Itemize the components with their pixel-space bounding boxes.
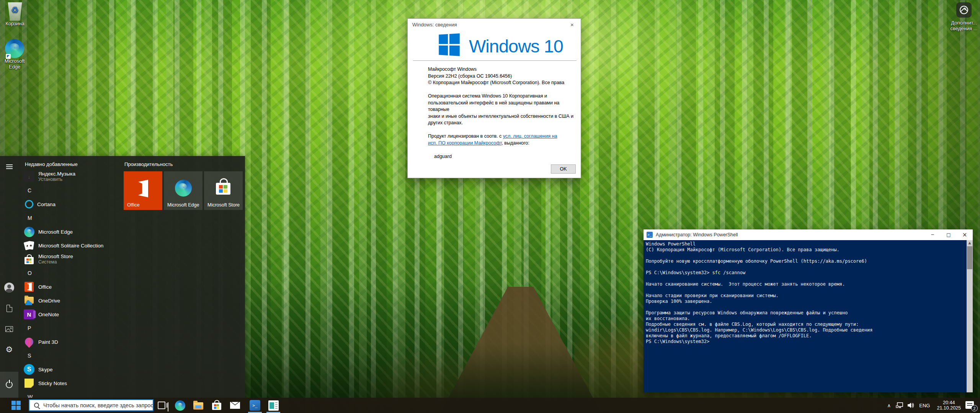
minimize-button[interactable]: ─ [924,229,941,240]
tray-time: 20:44 [937,400,961,406]
tray-chevron-button[interactable]: ∧ [884,398,894,413]
action-center-button[interactable]: 2 [965,400,976,410]
copyright-line: © Корпорация Майкрософт (Microsoft Corpo… [428,80,578,86]
app-item-onenote[interactable]: N OneNote [18,307,122,321]
command-token: sfc [712,270,720,275]
tile-label: Microsoft Edge [167,202,199,208]
console-line [646,276,965,281]
spotlight-label-line1: Дополнит... [948,20,980,26]
edge-icon [175,180,192,197]
console-line: Попробуйте новую кроссплатформенную обол… [646,259,965,264]
section-letter-p[interactable]: P [18,321,122,335]
office-icon [135,180,150,197]
close-button[interactable]: × [564,19,581,30]
task-view-button[interactable] [153,398,170,413]
ok-button[interactable]: OK [551,164,576,174]
network-button[interactable] [894,398,905,413]
volume-button[interactable] [905,398,917,413]
close-button[interactable]: × [957,229,973,240]
tiles-group-header[interactable]: Производительность [124,161,173,167]
app-label: Cortana [37,202,56,207]
app-label: Яндекс.Музыка [38,171,75,177]
mail-button[interactable] [227,398,243,413]
user-account-button[interactable] [0,279,18,296]
language-indicator[interactable]: ENG [919,398,930,413]
documents-button[interactable] [0,300,18,317]
powershell-icon: >_ [647,232,653,238]
app-item-solitaire[interactable]: ♠ ♠ Microsoft Solitaire Collection [18,239,122,252]
dialog-titlebar[interactable]: Windows: сведения [408,19,581,30]
app-item-paint3d[interactable]: Paint 3D [18,335,122,349]
section-letter-w[interactable]: W [18,390,122,398]
app-item-microsoft-store[interactable]: Microsoft Store Система [18,252,122,266]
console-line [646,287,965,293]
power-button[interactable] [0,376,18,393]
maximize-button[interactable]: □ [941,229,957,240]
console-line: PS C:\Windows\system32> [646,339,965,345]
scrollbar[interactable]: ▲ [967,240,973,392]
mail-icon [230,402,240,409]
app-label: Paint 3D [38,339,58,345]
console-output[interactable]: Windows PowerShell (C) Корпорация Майкро… [644,240,973,392]
console-line: Проверка 100% завершена. [646,299,965,304]
settings-button[interactable]: ⚙ [0,341,18,358]
console-line [646,253,965,259]
legal-line-4: других странах. [428,120,578,127]
start-menu: ⚙ Недавно добавленные Яндекс.Музыка Уста… [0,156,245,398]
section-letter-c[interactable]: C [18,184,122,197]
pictures-icon [5,326,13,332]
file-explorer-button[interactable] [190,398,207,413]
chevron-up-icon: ∧ [887,403,891,408]
office-icon [24,281,34,292]
app-item-skype[interactable]: S Skype [18,363,122,376]
app-item-yandex-music[interactable]: Яндекс.Музыка Установить [18,170,122,184]
console-line: Подробные сведения см. в файле CBS.Log, … [646,322,965,327]
taskbar-window-app-button[interactable] [265,398,282,413]
taskbar: Чтобы начать поиск, введите здесь запрос… [0,398,980,413]
license-line-1: Продукт лицензирован в соотв. с усл. лиц… [428,133,578,140]
scrollbar-thumb[interactable] [967,246,972,269]
console-line: Начало стадии проверки при сканировании … [646,293,965,299]
app-item-cortana[interactable]: Cortana [18,197,122,211]
license-agreement-link-2[interactable]: исп. ПО корпорации Майкрософт [428,140,501,146]
console-line: их восстановила. [646,316,965,322]
expand-menu-button[interactable] [0,158,18,175]
hamburger-icon [6,164,13,169]
section-letter-o[interactable]: O [18,266,122,280]
app-item-office[interactable]: Office [18,280,122,294]
clock[interactable]: 20:44 21.10.2025 [937,400,961,411]
desktop-icon-microsoft-edge[interactable]: Microsoft Edge [0,39,31,70]
windows-flag-icon [439,33,460,56]
taskbar-edge-button[interactable] [172,398,188,413]
powershell-icon: >_ [250,400,260,411]
edge-icon [24,226,34,237]
desktop-icon-spotlight-learn-more[interactable]: Дополнит... сведения ... [948,2,980,31]
pictures-button[interactable] [0,320,18,337]
scroll-up-icon[interactable]: ▲ [967,241,973,245]
taskbar-powershell-button[interactable]: >_ [247,398,263,413]
start-button[interactable] [7,398,25,413]
app-label: Skype [38,367,53,372]
tile-microsoft-store[interactable]: Microsoft Store [204,171,243,210]
search-icon [34,403,39,408]
app-item-onedrive[interactable]: OneDrive [18,294,122,307]
section-letter-s[interactable]: S [18,349,122,363]
desktop: ♻ Корзина Microsoft Edge Дополнит... све… [0,0,980,413]
document-icon [7,305,12,312]
taskbar-store-button[interactable] [208,398,225,413]
app-item-microsoft-edge[interactable]: Microsoft Edge [18,225,122,239]
cortana-icon [25,200,33,208]
tile-microsoft-edge[interactable]: Microsoft Edge [164,171,203,210]
powershell-window: >_ Администратор: Windows PowerShell ─ □… [644,229,973,392]
taskbar-search-input[interactable]: Чтобы начать поиск, введите здесь запрос [29,399,154,411]
desktop-icon-recycle-bin[interactable]: ♻ Корзина [0,2,31,26]
user-icon [4,283,14,293]
licensee-name: adguard [434,153,578,160]
tile-office[interactable]: Office [124,171,162,210]
section-letter-m[interactable]: M [18,211,122,225]
sticky-notes-icon [24,378,34,389]
system-tray: ∧ ENG 20:44 21.10.2 [884,398,980,413]
app-item-sticky-notes[interactable]: Sticky Notes [18,376,122,390]
powershell-titlebar[interactable]: >_ Администратор: Windows PowerShell [644,229,973,240]
license-agreement-link[interactable]: усл. лиц. соглашения на [503,133,557,139]
